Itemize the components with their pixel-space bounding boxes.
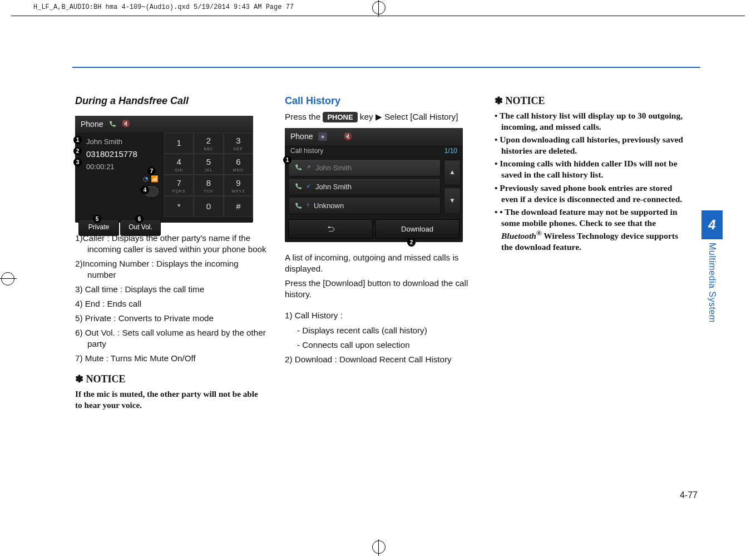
ss2-subheader: Call history 1/10: [285, 145, 463, 158]
col1-heading: During a Handsfree Call: [75, 95, 267, 108]
keypad-key[interactable]: 8TUV: [194, 175, 223, 196]
mute-icon: 🔇: [122, 120, 130, 129]
ss1-bottom: Private Out Vol.: [75, 217, 164, 240]
callout2-2-icon: 2: [407, 238, 416, 247]
ss1-caller: John Smith: [86, 137, 159, 146]
col1-list-item: 2)Incoming Number : Displays the incomin…: [75, 258, 267, 281]
mute-icon: 🔇: [344, 132, 352, 141]
ss2-rows: ↗John Smith↙John Smith?Unknown: [285, 158, 444, 216]
col1-list-item: 6) Out Vol. : Sets call volume as heard …: [75, 327, 267, 350]
back-button[interactable]: ⮌: [288, 219, 373, 239]
keypad-key[interactable]: 4GHI: [164, 154, 194, 175]
header-rule: [72, 67, 700, 68]
call-history-row[interactable]: ?Unknown: [288, 197, 441, 214]
col1-list-item: 7) Mute : Turns Mic Mute On/Off: [75, 353, 267, 364]
ss1-keypad: 12ABC3DEF4GHI5JKL6MNO7PQRS8TUV9WXYZ*0#: [164, 132, 253, 217]
col1-notice-label: NOTICE: [86, 373, 126, 385]
col2-p1: A list of incoming, outgoing and missed …: [285, 252, 477, 274]
keypad-key[interactable]: 9WXYZ: [224, 175, 253, 196]
ss2-title: Phone: [290, 131, 313, 141]
col1-notice-body: If the mic is muted, the other party wil…: [75, 388, 267, 411]
crop-mark-bottom: [370, 539, 387, 556]
page-number: 4-77: [680, 490, 698, 500]
callout-3-icon: 3: [73, 158, 82, 166]
keypad-key[interactable]: 5JKL: [194, 154, 223, 175]
keypad-key[interactable]: 6MNO: [224, 154, 253, 175]
signal-icon: 📶: [151, 175, 159, 182]
col2-intro-prefix: Press the: [285, 112, 323, 121]
ss1-header: Phone 🔇: [75, 116, 253, 132]
flower-icon: ✽: [75, 373, 86, 385]
col1-list-item: 5) Private : Converts to Private mode: [75, 313, 267, 324]
call-type-icon: [294, 202, 302, 210]
notice-bullet: The call history list will display up to…: [495, 110, 686, 132]
col3-notice-heading: ✽ NOTICE: [495, 95, 686, 108]
column-3: ✽ NOTICE The call history list will disp…: [495, 95, 686, 414]
keypad-key[interactable]: *: [164, 196, 194, 217]
notice-bullet: Upon downloading call histories, previou…: [495, 134, 686, 156]
handset-icon: [108, 120, 116, 128]
col3-bullet-list: The call history list will display up to…: [495, 110, 686, 205]
ss1-body: John Smith 03180215778 00:00:21 ◔ 📶 12AB…: [75, 132, 253, 217]
print-header: H_LF_A,B_AUDIO:BH hma 4-109~(Audio).qxd …: [33, 3, 294, 11]
registered-mark: ®: [536, 229, 542, 237]
crop-mark-top: [370, 0, 387, 17]
call-history-row[interactable]: ↙John Smith: [288, 178, 441, 195]
column-1: During a Handsfree Call Phone 🔇 John Smi…: [75, 95, 267, 414]
ss1-status-icons: ◔ 📶: [86, 174, 159, 183]
keypad-key[interactable]: 7PQRS: [164, 175, 194, 196]
callout-2-icon: 2: [73, 147, 82, 155]
col2-l1: 1) Call History :: [285, 310, 477, 321]
scroll-down-button[interactable]: ▼: [444, 188, 461, 214]
call-type-icon: [294, 183, 302, 190]
col1-notice-heading: ✽ NOTICE: [75, 373, 267, 386]
call-type-icon: [294, 164, 302, 171]
keypad-key[interactable]: 1: [164, 132, 194, 154]
col2-intro-suffix: key ▶ Select [Call History]: [360, 112, 458, 121]
col3-notice-label: NOTICE: [506, 95, 545, 106]
download-button[interactable]: Download: [375, 219, 459, 239]
crop-mark-left: [0, 270, 17, 287]
callout-5-icon: 5: [93, 215, 101, 223]
ss2-counter: 1/10: [444, 147, 457, 156]
ss2-header: Phone ∗ 🔇: [285, 128, 463, 145]
bluetooth-icon: ∗: [318, 132, 327, 141]
notice-bullet: Incoming calls with hidden caller IDs wi…: [495, 158, 686, 180]
keypad-key[interactable]: #: [224, 196, 253, 217]
col2-heading: Call History: [285, 95, 477, 108]
ss2-scroll: ▲ ▼: [444, 158, 463, 216]
col2-l2: 2) Download : Download Recent Call Histo…: [285, 354, 477, 365]
callout-7-icon: 7: [147, 167, 156, 175]
chapter-number: 4: [701, 210, 723, 239]
col3-last-bullet: • The download feature may not be suppor…: [495, 206, 686, 253]
keypad-key[interactable]: 2ABC: [194, 132, 223, 154]
back-icon: ⮌: [327, 225, 334, 233]
chapter-label: Multimedia System: [707, 243, 717, 323]
col1-list: 1)Caller : Displays the other party's na…: [75, 233, 267, 365]
callout-4-icon: 4: [141, 186, 149, 194]
col2-p2: Press the [Download] button to download …: [285, 278, 477, 300]
flower-icon: ✽: [495, 95, 506, 106]
notice-bullet: Previously saved phone book entries are …: [495, 183, 686, 205]
wifi-icon: ◔: [143, 175, 149, 182]
callhistory-screenshot: Phone ∗ 🔇 Call history 1/10 ↗John Smith↙…: [285, 128, 463, 242]
ss1-title: Phone: [81, 119, 103, 129]
keypad-key[interactable]: 0: [194, 196, 223, 217]
col2-l1b: - Connects call upon selection: [285, 339, 477, 351]
col2-l1a: - Displays recent calls (call history): [285, 325, 477, 336]
col1-list-item: 4) End : Ends call: [75, 298, 267, 309]
callout-1-icon: 1: [73, 136, 82, 144]
ss1-number: 03180215778: [86, 149, 159, 160]
keypad-key[interactable]: 3DEF: [224, 132, 253, 154]
ss2-footer: ⮌ Download: [285, 216, 463, 242]
page-content: During a Handsfree Call Phone 🔇 John Smi…: [75, 95, 693, 414]
chapter-tab: 4 Multimedia System: [701, 210, 723, 323]
col1-list-item: 3) Call time : Displays the call time: [75, 284, 267, 295]
call-history-row[interactable]: ↗John Smith: [288, 159, 441, 176]
callout-6-icon: 6: [135, 215, 144, 223]
phone-keycap: PHONE: [323, 112, 357, 122]
handsfree-screenshot: Phone 🔇 John Smith 03180215778 00:00:21 …: [75, 116, 253, 223]
scroll-up-button[interactable]: ▲: [444, 160, 461, 186]
ss2-subtitle: Call history: [290, 147, 323, 156]
column-2: Call History Press the PHONE key ▶ Selec…: [285, 95, 477, 414]
